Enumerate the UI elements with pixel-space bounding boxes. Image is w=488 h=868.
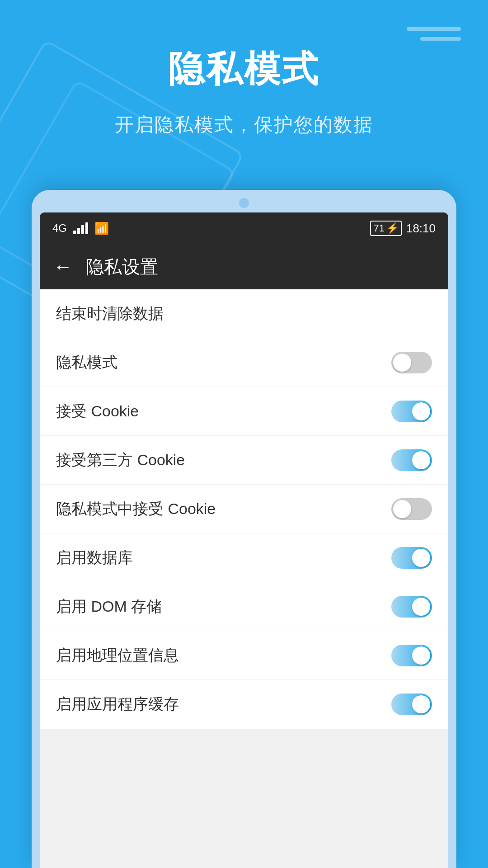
setting-label-enable-appcache: 启用应用程序缓存 (56, 694, 179, 715)
toggle-privacy-mode[interactable] (391, 352, 432, 373)
toggle-knob-privacy-mode (393, 354, 411, 372)
setting-item-accept-third-cookie[interactable]: 接受第三方 Cookie (40, 436, 448, 485)
signal-bars (73, 222, 88, 234)
signal-bar-2 (77, 228, 80, 234)
toggle-enable-appcache[interactable] (391, 693, 432, 715)
battery-level: 71 (373, 222, 384, 234)
page-subtitle: 开启隐私模式，保护您的数据 (0, 112, 488, 137)
setting-label-enable-geo: 启用地理位置信息 (56, 645, 179, 666)
setting-item-privacy-mode[interactable]: 隐私模式 (40, 338, 448, 387)
setting-item-enable-appcache[interactable]: 启用应用程序缓存 (40, 680, 448, 729)
toggle-knob-accept-third-cookie (412, 451, 430, 469)
toggle-knob-enable-geo (412, 646, 430, 665)
status-left: 4G 📶 (52, 222, 109, 236)
toggle-enable-geo[interactable] (391, 645, 432, 666)
title-section: 隐私模式 开启隐私模式，保护您的数据 (0, 45, 488, 137)
header-title: 隐私设置 (86, 255, 158, 279)
setting-item-enable-db[interactable]: 启用数据库 (40, 533, 448, 582)
network-indicator: 4G (52, 222, 67, 235)
setting-item-private-cookie[interactable]: 隐私模式中接受 Cookie (40, 485, 448, 533)
status-bar: 4G 📶 71 ⚡ 18:10 (40, 212, 448, 244)
toggle-enable-db[interactable] (391, 547, 432, 569)
setting-label-accept-cookie: 接受 Cookie (56, 401, 139, 422)
setting-label-accept-third-cookie: 接受第三方 Cookie (56, 450, 185, 471)
wifi-icon: 📶 (94, 222, 109, 236)
toggle-knob-enable-dom (412, 598, 430, 616)
signal-bar-4 (85, 222, 88, 234)
page-title: 隐私模式 (0, 45, 488, 94)
battery-charge-icon: ⚡ (386, 222, 399, 234)
setting-label-enable-dom: 启用 DOM 存储 (56, 596, 162, 617)
setting-label-enable-db: 启用数据库 (56, 547, 133, 568)
toggle-knob-private-cookie (393, 500, 411, 518)
toggle-knob-enable-appcache (412, 695, 430, 713)
setting-item-clear-data: 结束时清除数据 (40, 289, 448, 338)
setting-item-accept-cookie[interactable]: 接受 Cookie (40, 387, 448, 436)
phone-frame: 4G 📶 71 ⚡ 18:10 ← 隐私设置 (32, 190, 456, 868)
setting-item-enable-dom[interactable]: 启用 DOM 存储 (40, 582, 448, 631)
back-button[interactable]: ← (53, 256, 72, 278)
toggle-knob-enable-db (412, 549, 430, 567)
decor-line-2 (420, 37, 461, 41)
toggle-knob-accept-cookie (412, 402, 430, 420)
setting-label-privacy-mode: 隐私模式 (56, 352, 117, 373)
toggle-enable-dom[interactable] (391, 596, 432, 618)
toggle-private-cookie[interactable] (391, 498, 432, 520)
signal-bar-3 (81, 225, 84, 234)
camera-dot (239, 198, 249, 208)
settings-list: 结束时清除数据隐私模式接受 Cookie接受第三方 Cookie隐私模式中接受 … (40, 289, 448, 729)
setting-label-clear-data: 结束时清除数据 (56, 303, 164, 324)
toggle-accept-cookie[interactable] (391, 401, 432, 422)
time-display: 18:10 (406, 222, 436, 236)
signal-bar-1 (73, 231, 76, 234)
app-header: ← 隐私设置 (40, 244, 448, 289)
battery-indicator: 71 ⚡ (370, 221, 401, 236)
setting-item-enable-geo[interactable]: 启用地理位置信息 (40, 631, 448, 680)
status-right: 71 ⚡ 18:10 (370, 221, 436, 236)
decorative-lines (407, 27, 461, 41)
toggle-accept-third-cookie[interactable] (391, 449, 432, 471)
phone-screen: 4G 📶 71 ⚡ 18:10 ← 隐私设置 (40, 212, 448, 868)
decor-line-1 (407, 27, 461, 31)
setting-label-private-cookie: 隐私模式中接受 Cookie (56, 499, 216, 519)
